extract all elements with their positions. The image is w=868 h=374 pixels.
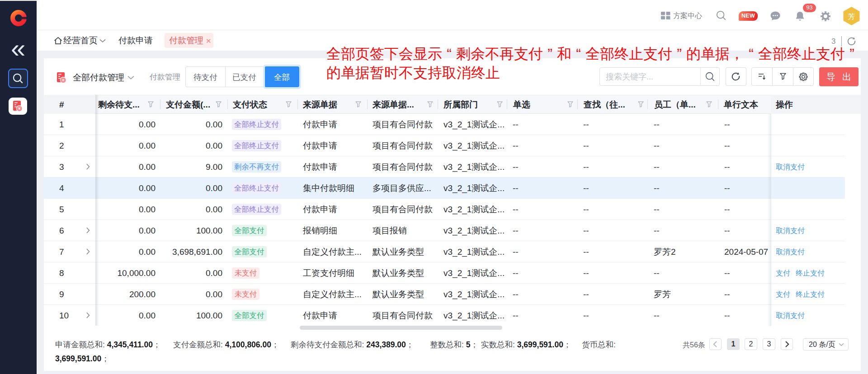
svg-text:CRM: CRM	[21, 17, 26, 20]
svg-text:芳: 芳	[848, 13, 855, 20]
svg-text:¥: ¥	[62, 78, 65, 82]
svg-text:¥: ¥	[19, 107, 21, 111]
